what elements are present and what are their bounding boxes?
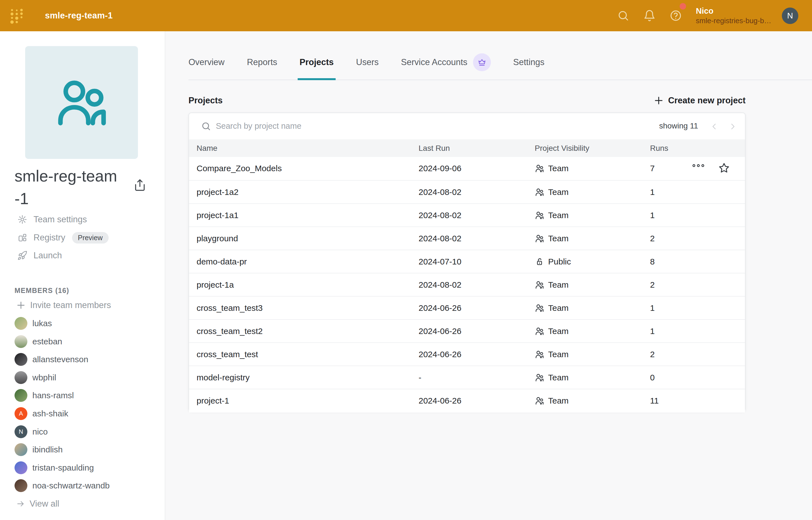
project-name-cell[interactable]: project-1a: [197, 274, 234, 296]
tab-settings[interactable]: Settings: [513, 31, 545, 80]
sidebar-link-launch[interactable]: Launch: [17, 248, 62, 263]
visibility-label: Team: [548, 280, 569, 290]
member-avatar: [15, 479, 27, 492]
rocket-icon: [17, 251, 27, 261]
main-content: Overview Reports Projects Users Service …: [166, 31, 812, 520]
preview-badge: Preview: [72, 232, 109, 243]
table-row[interactable]: cross_team_test3 2024-06-26 Team 1: [189, 296, 745, 320]
sidebar-link-registry[interactable]: Registry Preview: [17, 230, 109, 245]
lock-open-icon: [535, 257, 544, 266]
project-name-cell[interactable]: project-1: [197, 389, 229, 412]
help-icon[interactable]: [670, 9, 682, 22]
project-name-cell[interactable]: playground: [197, 227, 238, 250]
tab-bar: Overview Reports Projects Users Service …: [188, 31, 812, 80]
tab-service-accounts[interactable]: Service Accounts: [401, 31, 491, 80]
table-row[interactable]: project-1 2024-06-26 Team 11: [189, 389, 745, 413]
member-avatar: [15, 353, 27, 366]
member-esteban[interactable]: esteban: [15, 334, 62, 349]
member-name: hans-ramsl: [32, 391, 74, 400]
member-nico[interactable]: N nico: [15, 424, 48, 440]
team-icon: [535, 373, 544, 382]
visibility-cell: Team: [535, 366, 569, 389]
bell-icon[interactable]: [643, 9, 656, 22]
user-avatar[interactable]: N: [782, 7, 798, 24]
member-name: wbphil: [32, 373, 56, 382]
last-run-cell: 2024-06-26: [419, 389, 461, 412]
runs-cell: 1: [650, 296, 655, 319]
chevron-left-icon[interactable]: [708, 120, 721, 133]
member-ibindlish[interactable]: ibindlish: [15, 442, 62, 458]
member-lukas[interactable]: lukas: [15, 315, 52, 332]
tab-projects[interactable]: Projects: [299, 31, 334, 80]
table-row[interactable]: project-1a 2024-08-02 Team 2: [189, 273, 745, 296]
member-avatar: [15, 443, 27, 456]
tab-reports[interactable]: Reports: [247, 31, 277, 80]
plus-icon: [16, 301, 26, 310]
member-ash-shaik[interactable]: A ash-shaik: [15, 406, 68, 422]
tab-users[interactable]: Users: [356, 31, 378, 80]
visibility-label: Team: [548, 396, 569, 406]
table-row[interactable]: playground 2024-08-02 Team 2: [189, 227, 745, 250]
team-icon: [535, 327, 544, 336]
table-row[interactable]: cross_team_test 2024-06-26 Team 2: [189, 342, 745, 366]
table-row[interactable]: project-1a2 2024-08-02 Team 1: [189, 180, 745, 204]
project-name-cell[interactable]: project-1a2: [197, 181, 238, 203]
project-name-cell[interactable]: cross_team_test: [197, 343, 258, 366]
view-all-label: View all: [30, 499, 59, 509]
member-name: lukas: [32, 319, 52, 328]
gear-icon: [17, 214, 27, 225]
project-name-cell[interactable]: project-1a1: [197, 204, 238, 227]
project-search-bar: showing 11: [189, 113, 745, 140]
member-name: tristan-spaulding: [32, 463, 94, 472]
invite-team-members-button[interactable]: Invite team members: [16, 298, 111, 312]
tab-overview[interactable]: Overview: [188, 31, 225, 80]
create-button-label: Create new project: [668, 96, 745, 106]
member-tristan-spaulding[interactable]: tristan-spaulding: [15, 460, 94, 476]
member-allanstevenson[interactable]: allanstevenson: [15, 351, 88, 367]
team-title-line1: smle-reg-team: [15, 165, 135, 187]
sidebar-link-label: Team settings: [33, 214, 87, 225]
project-name-cell[interactable]: Compare_Zoo_Models: [197, 157, 282, 180]
project-name-cell[interactable]: demo-data-pr: [197, 250, 247, 273]
team-icon: [535, 349, 544, 359]
member-hans-ramsl[interactable]: hans-ramsl: [15, 387, 74, 404]
topbar-team-name: smle-reg-team-1: [45, 0, 112, 31]
runs-cell: 0: [650, 366, 655, 389]
chevron-right-icon[interactable]: [727, 120, 739, 133]
favorite-star-icon[interactable]: [717, 162, 731, 175]
tab-label: Projects: [299, 57, 334, 67]
last-run-cell: -: [419, 366, 421, 389]
view-all-members-link[interactable]: View all: [16, 497, 59, 511]
crown-badge-icon: [473, 53, 491, 71]
table-row[interactable]: cross_team_test2 2024-06-26 Team 1: [189, 319, 745, 343]
more-options-icon[interactable]: [692, 162, 705, 175]
plus-icon: [654, 96, 664, 106]
table-row[interactable]: demo-data-pr 2024-07-10 Public 8: [189, 250, 745, 274]
sidebar-link-team-settings[interactable]: Team settings: [17, 212, 87, 227]
project-name-cell[interactable]: cross_team_test3: [197, 296, 263, 319]
table-row[interactable]: model-registry - Team 0: [189, 366, 745, 389]
team-icon: [535, 396, 544, 406]
team-title-line2: -1: [15, 187, 135, 210]
registry-icon: [17, 233, 27, 243]
column-header-last-run: Last Run: [419, 139, 450, 157]
visibility-cell: Team: [535, 227, 569, 250]
member-wbphil[interactable]: wbphil: [15, 369, 56, 386]
runs-cell: 2: [650, 343, 655, 366]
visibility-cell: Team: [535, 296, 569, 319]
table-row[interactable]: Compare_Zoo_Models 2024-09-06 Team 7: [189, 157, 745, 180]
create-new-project-button[interactable]: Create new project: [654, 96, 745, 106]
member-noa-schwartz-wandb[interactable]: noa-schwartz-wandb: [15, 477, 110, 494]
share-icon[interactable]: [133, 179, 146, 191]
apps-grid-icon[interactable]: [9, 8, 24, 24]
search-icon[interactable]: [617, 9, 629, 22]
search-input[interactable]: [216, 113, 635, 139]
project-name-cell[interactable]: cross_team_test2: [197, 320, 263, 342]
member-name: allanstevenson: [32, 355, 88, 364]
avatar-initial: N: [19, 428, 23, 435]
user-menu[interactable]: Nico smle-registries-bug-b…: [696, 0, 771, 31]
project-name-cell[interactable]: model-registry: [197, 366, 250, 389]
page-title: Projects: [188, 96, 222, 106]
table-row[interactable]: project-1a1 2024-08-02 Team 1: [189, 203, 745, 227]
visibility-label: Team: [548, 349, 569, 359]
